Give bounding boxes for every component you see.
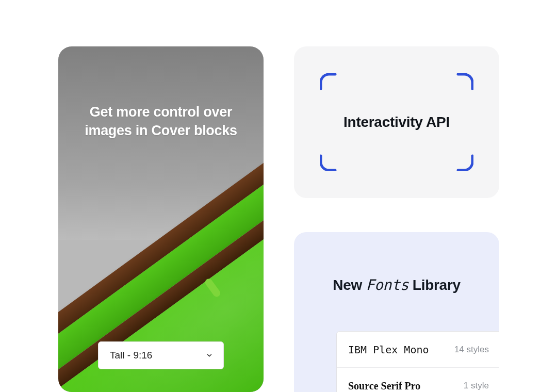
font-styles-count: 1 style	[464, 381, 489, 391]
font-row[interactable]: Source Serif Pro 1 style	[337, 368, 499, 392]
chevron-down-icon	[206, 352, 213, 359]
fonts-library-heading: New Fonts Library	[294, 276, 499, 293]
interactivity-api-title: Interactivity API	[343, 114, 450, 130]
interactivity-api-card: Interactivity API	[294, 46, 499, 198]
fonts-heading-italic: Fonts	[366, 276, 408, 293]
focus-corner-icon	[450, 148, 473, 171]
focus-corner-icon	[450, 73, 473, 97]
font-name: IBM Plex Mono	[348, 344, 429, 356]
focus-corner-icon	[320, 73, 343, 97]
cover-block-heading: Get more control over images in Cover bl…	[58, 103, 264, 140]
aspect-ratio-select[interactable]: Tall - 9:16	[98, 341, 224, 369]
fonts-list: IBM Plex Mono 14 styles Source Serif Pro…	[336, 331, 499, 392]
fonts-library-card: New Fonts Library IBM Plex Mono 14 style…	[294, 232, 499, 392]
focus-corner-icon	[320, 148, 343, 171]
fonts-heading-suffix: Library	[408, 277, 460, 293]
cover-block-card: Get more control over images in Cover bl…	[58, 46, 264, 392]
font-row[interactable]: IBM Plex Mono 14 styles	[337, 332, 499, 368]
aspect-ratio-selected-label: Tall - 9:16	[110, 350, 152, 361]
font-styles-count: 14 styles	[454, 345, 489, 355]
font-name: Source Serif Pro	[348, 380, 420, 392]
fonts-heading-prefix: New	[333, 277, 366, 293]
cover-block-illustration	[58, 46, 264, 392]
